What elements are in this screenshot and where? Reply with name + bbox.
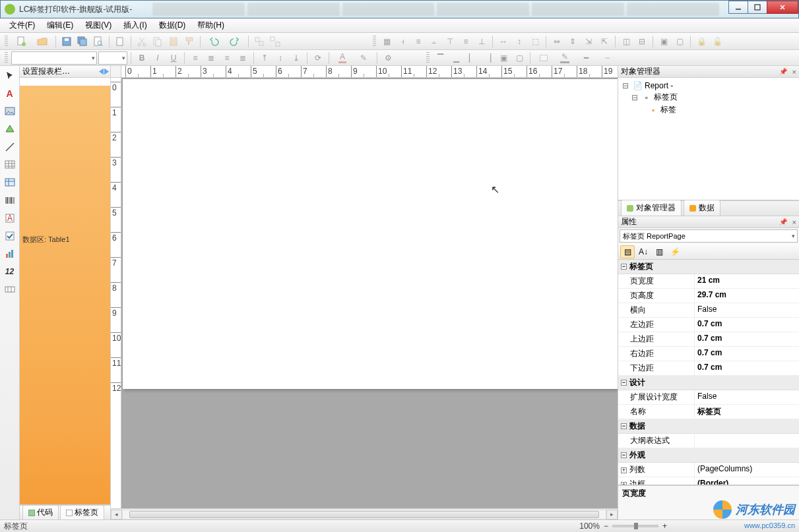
valign-top[interactable]: ⤒ [257, 51, 272, 65]
zoom-control[interactable]: 100% −+ [579, 521, 667, 531]
underline-button[interactable]: U [166, 51, 181, 65]
valign-bottom[interactable]: ⤓ [289, 51, 304, 65]
canvas[interactable]: ↖ [121, 78, 618, 508]
shape-tool[interactable] [3, 122, 17, 136]
tab-label-page[interactable]: 标签页 [60, 505, 104, 519]
richtext-tool[interactable]: A [3, 211, 17, 225]
lock[interactable]: 🔒 [694, 34, 709, 49]
align-grid[interactable]: ▦ [379, 34, 394, 49]
band-nav[interactable] [99, 69, 109, 75]
align-text-left[interactable]: ≡ [188, 51, 203, 65]
line-tool[interactable] [3, 140, 17, 154]
counter-tool[interactable]: 12 [3, 264, 17, 279]
save-button[interactable] [59, 34, 74, 49]
prop-categorized[interactable]: ▤ [620, 245, 635, 258]
tab-object-manager[interactable]: 对象管理器 [621, 200, 682, 216]
align-left[interactable]: ⫞ [395, 34, 410, 49]
band-header[interactable]: 设置报表栏… [20, 66, 110, 78]
close-icon[interactable]: × [792, 68, 796, 76]
prop-events[interactable]: ⚡ [668, 245, 682, 258]
highlight-button[interactable]: ✎ [354, 51, 373, 65]
unlock[interactable]: 🔓 [710, 34, 724, 49]
close-icon-2[interactable]: × [792, 218, 796, 226]
object-tree[interactable]: ⊟📄Report - ⊟▫标签页 ▪标签 [618, 78, 799, 200]
align-middle[interactable]: ≡ [459, 34, 473, 49]
menu-data[interactable]: 数据(D) [154, 18, 191, 32]
object-manager-header[interactable]: 对象管理器 📌 × [618, 66, 799, 78]
fill-color[interactable] [534, 51, 554, 65]
new-page-button[interactable] [113, 34, 127, 49]
pin-icon-2[interactable]: 📌 [779, 218, 787, 225]
close-button[interactable] [767, 1, 798, 14]
save-all-button[interactable] [75, 34, 90, 49]
chart-tool[interactable] [3, 247, 17, 261]
toolbar-grip[interactable] [5, 36, 8, 47]
send-back[interactable]: ▢ [672, 34, 687, 49]
fmt-grip[interactable] [5, 52, 8, 64]
font-name-combo[interactable] [11, 51, 97, 65]
maximize-button[interactable] [748, 1, 767, 14]
line-style[interactable]: ┄ [597, 51, 617, 65]
space-h[interactable]: ⇔ [550, 34, 564, 49]
horizontal-scrollbar[interactable]: ◂ ▸ [111, 508, 618, 519]
border-bottom[interactable]: ▁ [449, 51, 463, 65]
band-body[interactable]: 数据区: Table1 [20, 78, 110, 505]
prop-alpha[interactable]: A↓ [636, 245, 651, 258]
pin-icon[interactable]: 📌 [779, 68, 787, 75]
align-right[interactable]: ⫠ [427, 34, 441, 49]
border-grip[interactable] [426, 52, 430, 64]
border-right[interactable]: ▕ [480, 51, 495, 65]
tree-page[interactable]: ⊟▫标签页 [621, 91, 796, 103]
valign-middle[interactable]: ↕ [273, 51, 288, 65]
bold-button[interactable]: B [135, 51, 149, 65]
horizontal-ruler[interactable]: 012345678910111213141516171819 [121, 66, 618, 78]
tree-root[interactable]: ⊟📄Report - [621, 80, 796, 91]
group-button[interactable] [252, 34, 267, 49]
new-button[interactable] [11, 34, 31, 49]
copy-button[interactable] [150, 34, 165, 49]
align-center-h[interactable]: ≡ [411, 34, 426, 49]
format-painter-button[interactable] [182, 34, 197, 49]
space-inc[interactable]: ⇲ [581, 34, 596, 49]
bring-front[interactable]: ▣ [656, 34, 671, 49]
menu-insert[interactable]: 插入(I) [118, 18, 152, 32]
align-text-right[interactable]: ≡ [220, 51, 234, 65]
border-left[interactable]: ▏ [464, 51, 479, 65]
toolbar-grip-2[interactable] [373, 36, 376, 47]
menu-view[interactable]: 视图(V) [80, 18, 117, 32]
prop-pages[interactable]: ▥ [652, 245, 666, 258]
italic-button[interactable]: I [150, 51, 165, 65]
text-tool[interactable]: A [3, 86, 17, 101]
border-none[interactable]: ▢ [512, 51, 527, 65]
menu-help[interactable]: 帮助(H) [192, 18, 230, 32]
table-tool[interactable] [3, 158, 17, 172]
align-text-justify[interactable]: ≣ [236, 51, 250, 65]
report-page[interactable] [123, 79, 618, 389]
align-text-center[interactable]: ≣ [204, 51, 218, 65]
matrix-tool[interactable] [3, 175, 17, 190]
rotate-button[interactable]: ⟳ [311, 51, 325, 65]
property-object-selector[interactable]: 标签页 ReportPage [620, 229, 798, 243]
line-width[interactable]: ━ [576, 51, 596, 65]
open-button[interactable] [32, 34, 52, 49]
image-tool[interactable] [3, 104, 17, 119]
format-button[interactable]: ⚙ [381, 51, 395, 65]
space-dec[interactable]: ⇱ [597, 34, 612, 49]
property-grid[interactable]: −标签页 页宽度21 cm 页高度29.7 cm 横向False 左边距0.7 … [618, 260, 799, 485]
checkbox-tool[interactable] [3, 229, 17, 243]
paste-button[interactable] [166, 34, 181, 49]
border-top[interactable]: ▔ [433, 51, 447, 65]
minimize-button[interactable] [728, 1, 748, 14]
line-color[interactable]: ✎ [555, 51, 575, 65]
menu-edit[interactable]: 编辑(E) [42, 18, 79, 32]
tree-label[interactable]: ▪标签 [621, 103, 796, 116]
space-v[interactable]: ⇕ [565, 34, 580, 49]
same-size[interactable]: ⬚ [528, 34, 542, 49]
font-color-button[interactable]: A [333, 51, 352, 65]
redo-button[interactable] [225, 34, 245, 49]
cut-button[interactable] [135, 34, 149, 49]
align-bottom[interactable]: ⊥ [474, 34, 489, 49]
center-v[interactable]: ⊟ [635, 34, 649, 49]
same-width[interactable]: ↔ [496, 34, 511, 49]
preview-button[interactable] [91, 34, 106, 49]
